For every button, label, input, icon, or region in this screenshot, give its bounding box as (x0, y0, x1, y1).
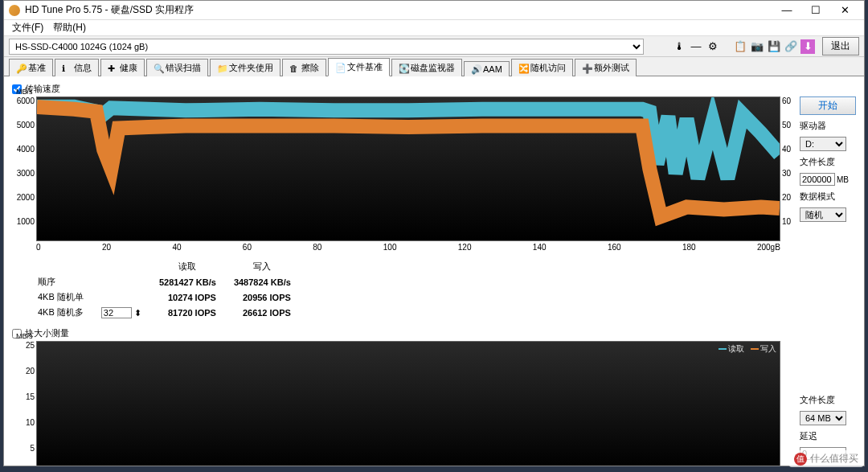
filelen2-select[interactable]: 64 MB (800, 411, 846, 425)
tab-errorscan[interactable]: 🔍错误扫描 (146, 59, 208, 76)
settings-icon[interactable]: ⚙ (706, 39, 720, 54)
toolbar: HS-SSD-C4000 1024G (1024 gB) 🌡 — ⚙ 📋 📷 💾… (4, 36, 864, 57)
minimize-button[interactable]: — (772, 2, 801, 19)
tab-info[interactable]: ℹ信息 (55, 59, 99, 76)
tab-extratests[interactable]: ➕额外测试 (575, 59, 637, 76)
tab-aam[interactable]: 🔊AAM (464, 61, 510, 76)
tab-diskmonitor[interactable]: 💽磁盘监视器 (391, 59, 462, 76)
watermark: 值 什么值得买 (789, 450, 863, 467)
app-icon (9, 5, 20, 16)
datamode-select[interactable]: 随机 (800, 207, 846, 222)
chart2-legend: 读取 写入 (719, 343, 776, 355)
maximize-button[interactable]: ☐ (801, 2, 830, 19)
titlebar: HD Tune Pro 5.75 - 硬盘/SSD 实用程序 — ☐ ✕ (4, 1, 864, 20)
screenshot-icon[interactable]: 📷 (750, 39, 764, 54)
table-row: 4KB 随机单 10274 IOPS 20956 IOPS (38, 290, 307, 304)
menu-help[interactable]: 帮助(H) (48, 19, 91, 36)
side-panel-top: 开始 驱动器 D: 文件长度 MB 数据模式 随机 (800, 96, 856, 253)
tab-health[interactable]: ✚健康 (100, 59, 145, 76)
chart1-read-line (37, 107, 780, 179)
chart1-y-axis-right: 605040302010 (782, 96, 796, 241)
start-button[interactable]: 开始 (800, 96, 856, 115)
table-row: 4KB 随机多 ⬍ 81720 IOPS 26612 IOPS (38, 306, 307, 319)
chart2-y-axis: 252015105 (12, 341, 35, 466)
download-icon[interactable]: ⬇ (800, 39, 815, 54)
tab-benchmark[interactable]: 🔑基准 (9, 59, 53, 76)
tab-filebench[interactable]: 📄文件基准 (328, 58, 390, 76)
chart1-canvas (36, 96, 780, 241)
temp-display: — (689, 39, 703, 54)
save-icon[interactable]: 💾 (767, 39, 781, 54)
menu-file[interactable]: 文件(F) (7, 19, 48, 36)
drive-select[interactable]: HS-SSD-C4000 1024G (1024 gB) (9, 39, 644, 55)
menubar: 文件(F) 帮助(H) (4, 20, 864, 36)
filelen-input[interactable] (800, 173, 835, 186)
table-row: 顺序 5281427 KB/s 3487824 KB/s (38, 275, 307, 289)
tab-erase[interactable]: 🗑擦除 (282, 59, 326, 76)
tab-folderusage[interactable]: 📁文件夹使用 (210, 59, 280, 76)
watermark-icon: 值 (794, 453, 807, 466)
chart1-x-axis: 020406080100120140160180200gB (36, 241, 780, 253)
results-table: 读取 写入 顺序 5281427 KB/s 3487824 KB/s 4KB 随… (36, 258, 309, 321)
driver-select[interactable]: D: (800, 137, 846, 151)
side-panel-bottom: 文件长度 64 MB 延迟 (800, 341, 856, 466)
temperature-icon[interactable]: 🌡 (672, 39, 686, 54)
copy-icon[interactable]: 📋 (733, 39, 747, 54)
link-icon[interactable]: 🔗 (784, 39, 798, 54)
tabbar: 🔑基准 ℹ信息 ✚健康 🔍错误扫描 📁文件夹使用 🗑擦除 📄文件基准 💽磁盘监视… (4, 57, 864, 76)
tab-randomaccess[interactable]: 🔀随机访问 (511, 59, 573, 76)
exit-button[interactable]: 退出 (822, 37, 859, 55)
window-title: HD Tune Pro 5.75 - 硬盘/SSD 实用程序 (25, 3, 772, 17)
qd-spinner[interactable] (101, 307, 132, 318)
close-button[interactable]: ✕ (830, 2, 859, 19)
chart2-canvas: 读取 写入 (36, 341, 780, 466)
chart1-y-axis: 600050004000300020001000 (12, 96, 35, 241)
